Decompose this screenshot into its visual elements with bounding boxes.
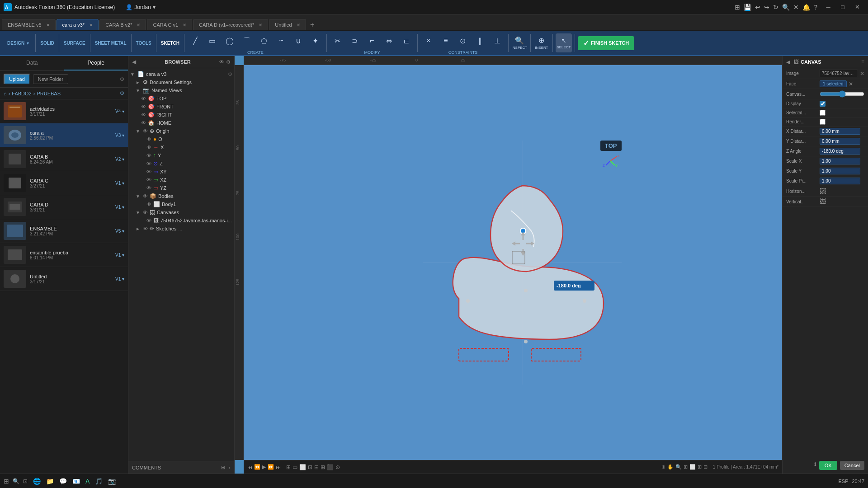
tree-origin-yz[interactable]: 👁 ▭ YZ bbox=[128, 184, 234, 192]
folder-settings-icon[interactable]: ⚙ bbox=[120, 90, 124, 96]
eye-sketches[interactable]: 👁 bbox=[143, 226, 148, 231]
panel-right-icon[interactable]: ≡ bbox=[861, 59, 864, 65]
data-tab[interactable]: Data bbox=[0, 56, 64, 70]
inspect-tool[interactable]: 🔍INSPECT bbox=[511, 33, 528, 52]
tree-view-front[interactable]: 👁 🎯 FRONT bbox=[128, 103, 234, 111]
tree-canvases[interactable]: ▼ 👁 🖼 Canvases bbox=[128, 208, 234, 216]
timeline-icon-7[interactable]: ⬛ bbox=[327, 464, 334, 470]
nav-first[interactable]: ⏮ bbox=[247, 465, 252, 470]
eye-o[interactable]: 👁 bbox=[146, 136, 151, 142]
tree-sketches[interactable]: ► 👁 ✏ Sketches ... bbox=[128, 225, 234, 233]
notification-icon[interactable]: 🔔 bbox=[802, 4, 810, 11]
eye-right[interactable]: 👁 bbox=[141, 112, 146, 117]
finish-sketch-button[interactable]: ✓ FINISH SKETCH bbox=[578, 36, 634, 50]
spline-tool[interactable]: ~ bbox=[273, 31, 289, 50]
people-tab[interactable]: People bbox=[64, 56, 128, 70]
zoom-icon[interactable]: 🔍 bbox=[675, 464, 682, 470]
tree-origin-xz[interactable]: 👁 ▭ XZ bbox=[128, 176, 234, 184]
x-dist-input[interactable] bbox=[820, 128, 860, 135]
browser-collapse-icon[interactable]: ◀ bbox=[132, 59, 136, 65]
eye-home[interactable]: 👁 bbox=[141, 120, 146, 126]
home-icon[interactable]: ⌂ bbox=[4, 91, 7, 96]
y-dist-input[interactable] bbox=[820, 138, 860, 145]
tab-close-ensamble[interactable]: ✕ bbox=[46, 23, 50, 28]
view-cube-icon[interactable]: ⬜ bbox=[689, 464, 696, 470]
upload-button[interactable]: Upload bbox=[4, 74, 30, 84]
tab-close-cara-d[interactable]: ✕ bbox=[259, 23, 262, 28]
orbit-icon[interactable]: ⊕ bbox=[661, 464, 665, 470]
nav-next[interactable]: ⏩ bbox=[268, 464, 274, 470]
tree-origin-z[interactable]: 👁 ⊙ Z bbox=[128, 160, 234, 168]
tab-cara-d[interactable]: CARA D (v1–recovered)* ✕ bbox=[193, 19, 268, 30]
eye-canvas-item[interactable]: 👁 bbox=[146, 218, 151, 223]
file-item-ensamble[interactable]: ENSAMBLE 3:21:42 PM V5 ▾ bbox=[0, 219, 128, 243]
tree-origin-o[interactable]: 👁 ● O bbox=[128, 135, 234, 143]
taskbar-app4[interactable]: 📷 bbox=[106, 477, 118, 486]
tree-canvas-item[interactable]: 👁 🖼 75046752-lavarce-las-manos-i... bbox=[128, 216, 234, 225]
panel-collapse-icon[interactable]: ◀ bbox=[786, 59, 790, 65]
root-settings-icon[interactable]: ⚙ bbox=[228, 71, 232, 77]
tab-close-cara-a[interactable]: ✕ bbox=[89, 23, 93, 28]
help-icon[interactable]: ? bbox=[814, 4, 817, 11]
tree-named-views[interactable]: ▼ 📷 Named Views bbox=[128, 86, 234, 94]
eye-xz[interactable]: 👁 bbox=[146, 177, 151, 183]
eye-xy[interactable]: 👁 bbox=[146, 169, 151, 174]
maximize-button[interactable]: □ bbox=[835, 0, 850, 14]
tab-close-cara-b[interactable]: ✕ bbox=[137, 23, 140, 28]
mirror-tool[interactable]: ⇔ bbox=[381, 31, 397, 50]
info-icon[interactable]: ℹ bbox=[814, 461, 816, 470]
close-file-icon[interactable]: ✕ bbox=[793, 4, 799, 11]
scale-x-input[interactable] bbox=[820, 158, 860, 164]
point-tool[interactable]: ✦ bbox=[307, 31, 324, 50]
display-checkbox[interactable] bbox=[820, 101, 826, 107]
eye-z[interactable]: 👁 bbox=[146, 161, 151, 166]
undo-icon[interactable]: ↩ bbox=[755, 4, 760, 11]
tree-origin-x[interactable]: 👁 → X bbox=[128, 143, 234, 151]
pan-icon[interactable]: ✋ bbox=[667, 464, 674, 470]
new-tab-button[interactable]: + bbox=[307, 19, 318, 30]
tree-view-top[interactable]: 👁 🎯 TOP bbox=[128, 94, 234, 103]
eye-bodies[interactable]: 👁 bbox=[143, 193, 148, 199]
eye-x[interactable]: 👁 bbox=[146, 145, 151, 150]
tab-close-cara-c[interactable]: ✕ bbox=[183, 23, 186, 28]
taskbar-app1[interactable]: 💬 bbox=[57, 477, 69, 486]
taskbar-edge[interactable]: 🌐 bbox=[31, 477, 42, 486]
face-close-btn[interactable]: ✕ bbox=[849, 81, 853, 87]
taskbar-app2[interactable]: 📧 bbox=[71, 477, 82, 486]
tab-ensamble[interactable]: ENSAMBLE v5 ✕ bbox=[2, 19, 56, 30]
file-item-cara-a[interactable]: cara a 2:56:02 PM V3 ▾ bbox=[0, 123, 128, 147]
file-item-cara-d[interactable]: CARA D 3/31/21 V1 ▾ bbox=[0, 195, 128, 219]
image-close-btn[interactable]: ✕ bbox=[860, 70, 864, 77]
browser-eye-icon[interactable]: 👁 bbox=[219, 59, 224, 65]
offset-tool[interactable]: ⊏ bbox=[398, 31, 415, 50]
collinear-tool[interactable]: ≡ bbox=[438, 31, 454, 50]
close-button[interactable]: ✕ bbox=[850, 0, 864, 14]
timeline-icon-8[interactable]: ⊙ bbox=[335, 464, 340, 470]
search-taskbar[interactable]: 🔍 bbox=[13, 478, 19, 484]
taskbar-explorer[interactable]: 📁 bbox=[44, 477, 56, 486]
tree-view-home[interactable]: 👁 🏠 HOME bbox=[128, 119, 234, 127]
tree-body1[interactable]: 👁 ⬜ Body1 bbox=[128, 200, 234, 208]
eye-y[interactable]: 👁 bbox=[146, 153, 151, 158]
timeline-icon-2[interactable]: ▭ bbox=[292, 464, 297, 470]
canvas-area[interactable]: -75 -50 -25 0 25 25 50 75 100 125 bbox=[235, 56, 782, 474]
taskbar-fusion[interactable]: A bbox=[84, 477, 91, 486]
line-tool[interactable]: ╱ bbox=[187, 31, 203, 50]
timeline-icon-3[interactable]: ⬜ bbox=[299, 464, 306, 470]
tree-view-right[interactable]: 👁 🎯 RIGHT bbox=[128, 111, 234, 119]
nav-play[interactable]: ▶ bbox=[262, 464, 266, 470]
file-item-ensamble-prueba[interactable]: ensamble prueba 8:01:14 PM V1 ▾ bbox=[0, 243, 128, 267]
search-icon[interactable]: 🔍 bbox=[782, 4, 790, 11]
eye-body1[interactable]: 👁 bbox=[146, 202, 151, 207]
nav-last[interactable]: ⏭ bbox=[276, 465, 281, 470]
file-item-actividades[interactable]: actividades 3/17/21 V4 ▾ bbox=[0, 99, 128, 123]
minimize-button[interactable]: ─ bbox=[821, 0, 835, 14]
tree-origin-y[interactable]: 👁 ↑ Y bbox=[128, 151, 234, 160]
comments-right-icon[interactable]: › bbox=[229, 465, 231, 470]
redo-icon[interactable]: ↪ bbox=[764, 4, 769, 11]
nav-prev[interactable]: ⏪ bbox=[254, 464, 260, 470]
parallel-tool[interactable]: ∥ bbox=[472, 31, 488, 50]
design-menu[interactable]: DESIGN ▾ bbox=[4, 41, 31, 46]
select-tool[interactable]: ↖SELECT bbox=[556, 33, 572, 52]
insert-tool[interactable]: ⊕INSERT bbox=[533, 33, 550, 52]
